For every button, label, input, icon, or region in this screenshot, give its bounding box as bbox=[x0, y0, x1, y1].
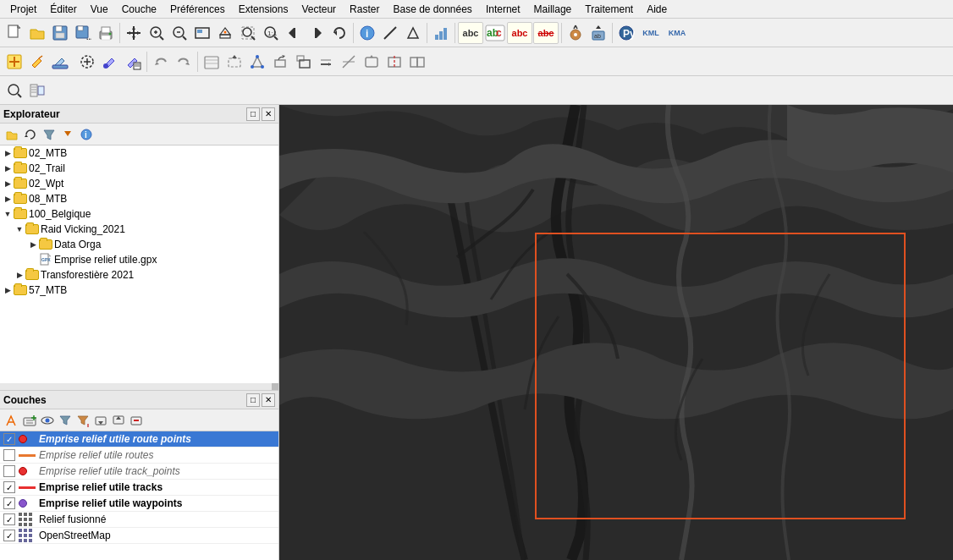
menu-maillage[interactable]: Maillage bbox=[527, 2, 579, 17]
menu-raster[interactable]: Raster bbox=[343, 2, 386, 17]
select-all-button[interactable] bbox=[201, 51, 223, 73]
explorer-minimize-button[interactable]: □ bbox=[246, 107, 260, 121]
explorer-scrollbar[interactable] bbox=[0, 383, 278, 390]
tree-item-transforestiere[interactable]: ▶ Transforestière 2021 bbox=[0, 267, 278, 283]
tree-toggle-100belgique[interactable]: ▼ bbox=[2, 208, 14, 220]
tree-toggle-08mtb[interactable]: ▶ bbox=[2, 193, 14, 205]
digitize-attr-button[interactable] bbox=[122, 51, 144, 73]
save-layer-button[interactable] bbox=[49, 51, 71, 73]
zoom-selection-button[interactable] bbox=[237, 22, 259, 44]
tree-item-57mtb[interactable]: ▶ 57_MTB bbox=[0, 283, 278, 298]
offset-button[interactable] bbox=[315, 51, 337, 73]
zoom-forward-button[interactable] bbox=[306, 22, 328, 44]
tree-toggle-02wpt[interactable]: ▶ bbox=[2, 178, 14, 189]
tree-toggle-57mtb[interactable]: ▶ bbox=[2, 284, 14, 296]
print-button[interactable] bbox=[95, 22, 117, 44]
layers-move-down-button[interactable] bbox=[92, 412, 109, 429]
menu-aide[interactable]: Aide bbox=[640, 2, 674, 17]
tree-item-02trail[interactable]: ▶ 02_Trail bbox=[0, 161, 278, 176]
zoom-native-button[interactable]: 1:1 bbox=[260, 22, 282, 44]
digitize-point-button[interactable] bbox=[99, 51, 121, 73]
digitize-enable-button[interactable] bbox=[3, 51, 25, 73]
layers-remove-button[interactable] bbox=[128, 412, 145, 429]
explorer-add-button[interactable] bbox=[3, 126, 20, 143]
open-locator-button[interactable] bbox=[3, 80, 25, 102]
tree-toggle-transforestiere[interactable]: ▶ bbox=[14, 269, 25, 281]
menu-vecteur[interactable]: Vecteur bbox=[295, 2, 343, 17]
layer-emprise-track-points[interactable]: Emprise relief utile track_points bbox=[0, 464, 278, 480]
scale-feature-button[interactable] bbox=[292, 51, 314, 73]
tree-item-raid-vicking[interactable]: ▼ Raid Vicking_2021 bbox=[0, 222, 278, 237]
layer-checkbox-7[interactable] bbox=[3, 530, 15, 541]
menu-preferences[interactable]: Préférences bbox=[163, 2, 232, 17]
layers-action-button[interactable] bbox=[74, 412, 91, 429]
tree-item-08mtb[interactable]: ▶ 08_MTB bbox=[0, 191, 278, 206]
layer-checkbox-5[interactable] bbox=[3, 497, 15, 509]
undo-button[interactable] bbox=[150, 51, 172, 73]
redo-button[interactable] bbox=[173, 51, 195, 73]
menu-couche[interactable]: Couche bbox=[115, 2, 163, 17]
layer-checkbox-1[interactable] bbox=[3, 433, 15, 445]
reshape-button[interactable] bbox=[361, 51, 383, 73]
explorer-filter-button[interactable] bbox=[41, 126, 58, 143]
tree-item-02wpt[interactable]: ▶ 02_Wpt bbox=[0, 176, 278, 191]
menu-base-donnees[interactable]: Base de données bbox=[386, 2, 478, 17]
abc-label2-button[interactable]: abc bbox=[507, 22, 532, 44]
menu-vue[interactable]: Vue bbox=[84, 2, 115, 17]
explorer-close-button[interactable]: ✕ bbox=[262, 107, 275, 121]
zoom-layer-button[interactable] bbox=[214, 22, 236, 44]
open-panel-button[interactable] bbox=[26, 80, 48, 102]
layer-checkbox-6[interactable] bbox=[3, 513, 15, 525]
statistics-button[interactable] bbox=[430, 22, 452, 44]
tree-toggle-02mtb[interactable]: ▶ bbox=[2, 147, 14, 159]
merge-button[interactable] bbox=[406, 51, 428, 73]
measure-area-button[interactable] bbox=[402, 22, 424, 44]
rotate-label-button[interactable] bbox=[565, 22, 587, 44]
layers-filter-button[interactable] bbox=[57, 412, 74, 429]
menu-projet[interactable]: Projet bbox=[3, 2, 43, 17]
layer-checkbox-2[interactable] bbox=[3, 449, 15, 461]
trim-button[interactable] bbox=[338, 51, 360, 73]
explorer-refresh-button[interactable] bbox=[22, 126, 39, 143]
measure-button[interactable] bbox=[379, 22, 401, 44]
map-area[interactable] bbox=[279, 105, 953, 560]
save-as-button[interactable]: ... bbox=[72, 22, 94, 44]
layers-minimize-button[interactable]: □ bbox=[246, 393, 260, 407]
tree-item-emprise-gpx[interactable]: ▶ GPX Emprise relief utile.gpx bbox=[0, 252, 278, 267]
python-button[interactable]: Py bbox=[615, 22, 637, 44]
layer-openstreetmap[interactable]: OpenStreetMap bbox=[0, 528, 278, 544]
tree-item-02mtb[interactable]: ▶ 02_MTB bbox=[0, 145, 278, 161]
new-project-button[interactable] bbox=[3, 22, 25, 44]
tree-item-data-orga[interactable]: ▶ Data Orga bbox=[0, 237, 278, 252]
explorer-info-button[interactable]: i bbox=[78, 126, 95, 143]
layer-emprise-route-points[interactable]: Emprise relief utile route points bbox=[0, 431, 278, 447]
add-feature-button[interactable] bbox=[76, 51, 98, 73]
layers-style-button[interactable] bbox=[3, 412, 20, 429]
zoom-back-button[interactable] bbox=[283, 22, 305, 44]
refresh-button[interactable] bbox=[328, 22, 350, 44]
rotate-feature-button[interactable] bbox=[269, 51, 291, 73]
menu-traitement[interactable]: Traitement bbox=[578, 2, 640, 17]
zoom-out-button[interactable] bbox=[168, 22, 190, 44]
move-feature-button[interactable] bbox=[223, 51, 245, 73]
layer-emprise-tracks[interactable]: Emprise relief utile tracks bbox=[0, 480, 278, 496]
vertex-tool-button[interactable] bbox=[246, 51, 268, 73]
layer-checkbox-3[interactable] bbox=[3, 465, 15, 477]
explorer-collapse-button[interactable] bbox=[59, 126, 76, 143]
layers-add-button[interactable] bbox=[21, 412, 38, 429]
toggle-edit-button[interactable] bbox=[26, 51, 48, 73]
split-button[interactable] bbox=[383, 51, 405, 73]
layers-visibility-button[interactable] bbox=[39, 412, 56, 429]
menu-internet[interactable]: Internet bbox=[479, 2, 527, 17]
kml-button[interactable]: KML bbox=[638, 22, 664, 44]
layer-relief-fusionne[interactable]: Relief fusionné bbox=[0, 512, 278, 528]
pan-button[interactable] bbox=[123, 22, 145, 44]
tree-item-100belgique[interactable]: ▼ 100_Belgique bbox=[0, 206, 278, 222]
save-project-button[interactable] bbox=[49, 22, 71, 44]
layers-move-up-button[interactable] bbox=[110, 412, 127, 429]
tree-toggle-02trail[interactable]: ▶ bbox=[2, 162, 14, 174]
menu-editer[interactable]: Éditer bbox=[43, 2, 83, 17]
zoom-full-button[interactable] bbox=[191, 22, 213, 44]
move-label-button[interactable]: ab bbox=[587, 22, 609, 44]
layer-checkbox-4[interactable] bbox=[3, 481, 15, 493]
